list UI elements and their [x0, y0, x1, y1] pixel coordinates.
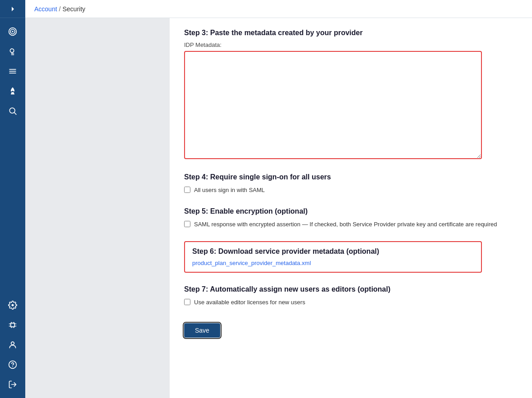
step4-title: Step 4: Require single sign-on for all u…	[184, 173, 518, 181]
header: Account / Security	[25, 0, 532, 18]
sidebar-top-icons	[4, 18, 22, 159]
step5-section: Step 5: Enable encryption (optional) SAM…	[184, 207, 518, 229]
idp-metadata-textarea[interactable]	[184, 51, 482, 159]
breadcrumb-account[interactable]: Account	[34, 5, 57, 13]
user-icon[interactable]	[4, 336, 22, 354]
lightbulb-icon[interactable]	[4, 42, 22, 60]
plugin-icon[interactable]	[4, 316, 22, 334]
step7-section: Step 7: Automatically assign new users a…	[184, 285, 518, 307]
step5-checkbox-row: SAML response with encrypted assertion —…	[184, 220, 518, 229]
svg-point-6	[9, 108, 15, 113]
svg-point-2	[12, 31, 13, 32]
content-layout: Step 3: Paste the metadata created by yo…	[25, 18, 532, 398]
svg-rect-3	[9, 69, 16, 70]
breadcrumb: Account / Security	[34, 5, 85, 13]
breadcrumb-separator: /	[59, 5, 61, 13]
svg-point-10	[12, 366, 13, 367]
step3-title: Step 3: Paste the metadata created by yo…	[184, 29, 518, 37]
sidebar	[0, 0, 25, 398]
right-panel: Step 3: Paste the metadata created by yo…	[170, 18, 532, 398]
step4-checkbox-row: All users sign in with SAML	[184, 186, 518, 195]
metadata-download-link[interactable]: product_plan_service_provider_metadata.x…	[192, 260, 311, 266]
search-icon[interactable]	[4, 102, 22, 120]
step6-title: Step 6: Download service provider metada…	[192, 247, 474, 256]
encryption-checkbox-label[interactable]: SAML response with encrypted assertion —…	[194, 220, 497, 229]
svg-line-7	[14, 113, 17, 115]
svg-rect-4	[9, 71, 16, 72]
gear-icon[interactable]	[4, 296, 22, 314]
step3-section: Step 3: Paste the metadata created by yo…	[184, 29, 518, 160]
svg-point-8	[11, 342, 14, 345]
editor-checkbox-label[interactable]: Use available editor licenses for new us…	[194, 298, 305, 307]
breadcrumb-current: Security	[62, 5, 85, 13]
encryption-checkbox[interactable]	[184, 221, 190, 227]
editor-checkbox[interactable]	[184, 299, 190, 305]
target-icon[interactable]	[4, 23, 22, 41]
step7-checkbox-row: Use available editor licenses for new us…	[184, 298, 518, 307]
step4-section: Step 4: Require single sign-on for all u…	[184, 173, 518, 195]
step6-box: Step 6: Download service provider metada…	[184, 241, 482, 273]
svg-rect-5	[9, 73, 16, 73]
help-icon[interactable]	[4, 356, 22, 374]
main-area: Account / Security Step 3: Paste the met…	[25, 0, 532, 398]
sidebar-toggle[interactable]	[0, 0, 25, 18]
logout-icon[interactable]	[4, 375, 22, 393]
saml-checkbox-label[interactable]: All users sign in with SAML	[194, 186, 265, 195]
left-panel	[25, 18, 170, 398]
save-button[interactable]: Save	[184, 323, 220, 338]
step6-section: Step 6: Download service provider metada…	[184, 241, 518, 273]
step5-title: Step 5: Enable encryption (optional)	[184, 207, 518, 215]
rocket-icon[interactable]	[4, 82, 22, 100]
saml-checkbox[interactable]	[184, 187, 190, 193]
save-section: Save	[184, 320, 518, 338]
step7-title: Step 7: Automatically assign new users a…	[184, 285, 518, 293]
step3-label: IDP Metadata:	[184, 41, 518, 48]
sidebar-bottom-icons	[4, 295, 22, 398]
menu-icon[interactable]	[4, 62, 22, 80]
